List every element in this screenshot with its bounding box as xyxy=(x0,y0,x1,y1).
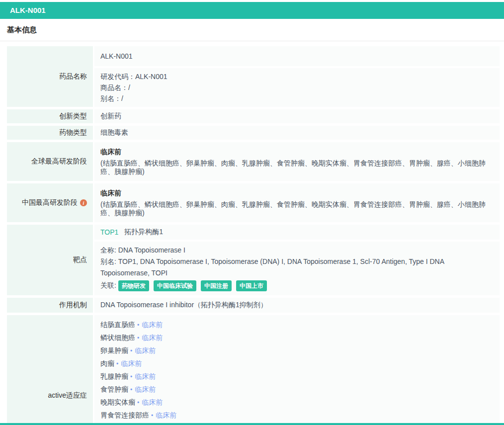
indication-item: 晚期实体瘤•临床前 xyxy=(100,396,494,409)
bullet-separator: • xyxy=(116,360,118,367)
indication-stage-link[interactable]: 临床前 xyxy=(135,372,156,380)
drug-header-bar: ALK-N001 xyxy=(0,2,504,19)
indication-stage-link[interactable]: 临床前 xyxy=(135,385,156,393)
innovation-type-label: 创新类型 xyxy=(7,109,93,123)
row-drug-type: 药物类型 细胞毒素 xyxy=(7,126,500,140)
alias-label: 别名： xyxy=(100,94,121,102)
indication-stage-link[interactable]: 临床前 xyxy=(142,321,163,329)
dev-code-line: 研发代码：ALK-N001 xyxy=(100,71,494,82)
china-stage-label-text: 中国最高研发阶段 xyxy=(22,198,78,207)
global-stage-phase: 临床前 xyxy=(100,146,494,156)
target-symbol-desc: 拓扑异构酶1 xyxy=(124,228,163,237)
indication-disease: 乳腺肿瘤 xyxy=(100,372,128,380)
bullet-separator: • xyxy=(137,335,139,341)
indication-stage-link[interactable]: 临床前 xyxy=(121,359,142,367)
indication-disease: 食管肿瘤 xyxy=(100,385,128,393)
dev-code-value: ALK-N001 xyxy=(135,73,168,81)
bullet-separator: • xyxy=(130,386,132,393)
indication-disease: 肉瘤 xyxy=(100,359,114,367)
target-details: 全称: DNA Topoisomerase I 别名: TOP1, DNA To… xyxy=(94,242,500,295)
indication-stage-link[interactable]: 临床前 xyxy=(135,346,156,354)
drug-type-value: 细胞毒素 xyxy=(94,126,500,140)
target-symbol-line: TOP1 拓扑异构酶1 xyxy=(94,225,500,240)
badge-china-registration[interactable]: 中国注册 xyxy=(201,280,232,291)
target-fullname-value: DNA Topoisomerase I xyxy=(118,246,185,254)
alias-line: 别名：/ xyxy=(100,93,494,104)
section-title-basic-info: 基本信息 xyxy=(0,19,504,41)
drug-type-label: 药物类型 xyxy=(7,126,93,140)
innovation-type-value: 创新药 xyxy=(94,109,500,123)
dev-code-label: 研发代码： xyxy=(100,73,135,81)
active-indications-label: active适应症 xyxy=(7,315,93,425)
alias-value: / xyxy=(121,94,123,102)
target-fullname-line: 全称: DNA Topoisomerase I xyxy=(100,245,494,256)
target-fullname-label: 全称: xyxy=(100,246,118,254)
drug-name-details: 研发代码：ALK-N001 商品名：/ 别名：/ xyxy=(94,68,500,107)
next-section-header-edge xyxy=(0,423,504,425)
bullet-separator: • xyxy=(130,373,132,380)
indication-item: 食管肿瘤•临床前 xyxy=(100,383,494,396)
bullet-separator: • xyxy=(151,412,153,419)
mechanism-value: DNA Topoisomerase I inhibitor（拓扑异构酶1抑制剂） xyxy=(94,298,500,313)
row-target: 靶点 TOP1 拓扑异构酶1 全称: DNA Topoisomerase I 别… xyxy=(7,225,500,295)
china-stage-value: 临床前 (结肠直肠癌、鳞状细胞癌、卵巢肿瘤、肉瘤、乳腺肿瘤、食管肿瘤、晚期实体瘤… xyxy=(94,183,500,222)
indication-item: 乳腺肿瘤•临床前 xyxy=(100,370,494,383)
indication-disease: 胃食管连接部癌 xyxy=(100,411,149,419)
trade-name-value: / xyxy=(128,84,130,91)
indication-item: 鳞状细胞癌•临床前 xyxy=(100,332,494,344)
target-relation-label: 关联: xyxy=(100,281,116,290)
row-active-indications: active适应症 结肠直肠癌•临床前 鳞状细胞癌•临床前 卵巢肿瘤•临床前 肉… xyxy=(7,315,500,425)
mechanism-label: 作用机制 xyxy=(7,298,93,313)
target-symbol-link[interactable]: TOP1 xyxy=(100,228,118,236)
row-innovation-type: 创新类型 创新药 xyxy=(7,109,500,123)
indication-disease: 卵巢肿瘤 xyxy=(100,346,128,354)
drug-primary-name: ALK-N001 xyxy=(94,46,500,66)
indication-disease: 结肠直肠癌 xyxy=(100,321,135,329)
indication-stage-link[interactable]: 临床前 xyxy=(142,334,163,341)
target-alias-line: 别名: TOP1, DNA Topoisomerase I, Topoisome… xyxy=(100,256,494,279)
row-china-stage: 中国最高研发阶段 i 临床前 (结肠直肠癌、鳞状细胞癌、卵巢肿瘤、肉瘤、乳腺肿瘤… xyxy=(7,183,500,222)
china-stage-label: 中国最高研发阶段 i xyxy=(7,183,93,222)
badge-china-clinical-trial[interactable]: 中国临床试验 xyxy=(154,280,196,291)
row-global-stage: 全球最高研发阶段 临床前 (结肠直肠癌、鳞状细胞癌、卵巢肿瘤、肉瘤、乳腺肿瘤、食… xyxy=(7,142,500,181)
row-mechanism: 作用机制 DNA Topoisomerase I inhibitor（拓扑异构酶… xyxy=(7,298,500,313)
global-stage-label: 全球最高研发阶段 xyxy=(7,142,93,181)
indication-stage-link[interactable]: 临床前 xyxy=(142,398,163,406)
indication-item: 肉瘤•临床前 xyxy=(100,357,494,370)
china-stage-phase: 临床前 xyxy=(100,187,494,197)
basic-info-table: 药品名称 ALK-N001 研发代码：ALK-N001 商品名：/ 别名：/ 创… xyxy=(7,46,500,425)
global-stage-value: 临床前 (结肠直肠癌、鳞状细胞癌、卵巢肿瘤、肉瘤、乳腺肿瘤、食管肿瘤、晚期实体瘤… xyxy=(94,142,500,181)
indication-disease: 鳞状细胞癌 xyxy=(100,334,135,341)
indication-stage-link[interactable]: 临床前 xyxy=(156,411,176,419)
trade-name-label: 商品名： xyxy=(100,84,128,91)
drug-name-label: 药品名称 xyxy=(7,46,93,107)
indication-disease: 晚期实体瘤 xyxy=(100,398,135,406)
badge-china-launch[interactable]: 中国上市 xyxy=(236,280,267,291)
target-relation-line: 关联: 药物研发 中国临床试验 中国注册 中国上市 xyxy=(100,280,494,292)
bullet-separator: • xyxy=(130,347,132,354)
target-alias-label: 别名: xyxy=(100,257,118,265)
badge-drug-rd[interactable]: 药物研发 xyxy=(118,280,149,291)
bullet-separator: • xyxy=(137,322,139,329)
bullet-separator: • xyxy=(137,399,139,406)
global-stage-indications: (结肠直肠癌、鳞状细胞癌、卵巢肿瘤、肉瘤、乳腺肿瘤、食管肿瘤、晚期实体瘤、胃食管… xyxy=(100,159,494,177)
indication-item: 胃食管连接部癌•临床前 xyxy=(100,409,494,422)
indication-item: 卵巢肿瘤•临床前 xyxy=(100,344,494,357)
active-indications-list: 结肠直肠癌•临床前 鳞状细胞癌•临床前 卵巢肿瘤•临床前 肉瘤•临床前 乳腺肿瘤… xyxy=(94,315,500,425)
target-alias-value: TOP1, DNA Topoisomerase I, Topoisomerase… xyxy=(100,257,444,277)
china-stage-indications: (结肠直肠癌、鳞状细胞癌、卵巢肿瘤、肉瘤、乳腺肿瘤、食管肿瘤、晚期实体瘤、胃食管… xyxy=(100,200,494,218)
target-label: 靶点 xyxy=(7,225,93,295)
row-drug-name: 药品名称 ALK-N001 研发代码：ALK-N001 商品名：/ 别名：/ xyxy=(7,46,500,107)
page-title: ALK-N001 xyxy=(10,6,46,14)
trade-name-line: 商品名：/ xyxy=(100,82,494,93)
info-icon[interactable]: i xyxy=(80,199,87,206)
indication-item: 结肠直肠癌•临床前 xyxy=(100,319,494,332)
